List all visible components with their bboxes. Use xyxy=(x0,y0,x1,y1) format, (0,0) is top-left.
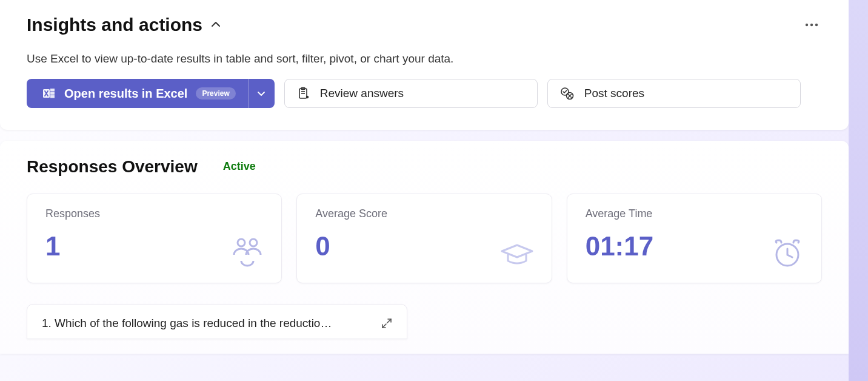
post-scores-label: Post scores xyxy=(584,87,644,100)
svg-rect-6 xyxy=(50,95,55,98)
svg-rect-4 xyxy=(50,89,55,92)
svg-point-15 xyxy=(250,239,257,246)
excel-icon xyxy=(42,87,56,100)
clipboard-person-icon xyxy=(297,87,310,100)
post-scores-button[interactable]: Post scores xyxy=(547,79,801,108)
collapse-toggle[interactable] xyxy=(210,19,222,31)
chevron-down-icon xyxy=(256,89,266,98)
people-icon xyxy=(230,237,264,271)
open-excel-label: Open results in Excel xyxy=(64,87,187,101)
preview-badge: Preview xyxy=(196,87,235,99)
overview-title: Responses Overview xyxy=(27,157,198,177)
svg-point-1 xyxy=(810,24,813,26)
actions-row: Open results in Excel Preview Review a xyxy=(27,79,822,108)
avg-score-label: Average Score xyxy=(315,207,533,220)
insights-header: Insights and actions xyxy=(27,15,822,35)
open-excel-button-group: Open results in Excel Preview xyxy=(27,79,275,108)
more-menu-button[interactable] xyxy=(801,19,822,30)
stat-card-avg-score[interactable]: Average Score 0 xyxy=(296,194,552,283)
stat-card-avg-time[interactable]: Average Time 01:17 xyxy=(567,194,822,283)
more-horizontal-icon xyxy=(805,23,818,27)
question-text: 1. Which of the following gas is reduced… xyxy=(42,317,332,330)
svg-rect-5 xyxy=(50,92,55,95)
svg-point-2 xyxy=(815,24,818,26)
svg-point-14 xyxy=(238,239,245,246)
insights-title-wrap: Insights and actions xyxy=(27,15,222,35)
insights-card: Insights and actions Use Excel to view u… xyxy=(0,0,849,130)
expand-button[interactable] xyxy=(381,318,392,329)
open-excel-button[interactable]: Open results in Excel Preview xyxy=(27,79,248,108)
chevron-up-icon xyxy=(210,19,222,31)
svg-point-11 xyxy=(306,96,309,98)
review-answers-label: Review answers xyxy=(320,87,404,100)
overview-header: Responses Overview Active xyxy=(27,157,822,177)
question-card[interactable]: 1. Which of the following gas is reduced… xyxy=(27,304,407,339)
overview-card: Responses Overview Active Responses 1 Av… xyxy=(0,141,849,354)
clock-icon xyxy=(770,238,804,271)
insights-title: Insights and actions xyxy=(27,15,202,35)
status-badge: Active xyxy=(215,157,264,177)
stat-card-responses[interactable]: Responses 1 xyxy=(27,194,282,283)
expand-icon xyxy=(381,318,392,329)
avg-time-label: Average Time xyxy=(586,207,803,220)
responses-label: Responses xyxy=(45,207,263,220)
right-edge-decoration xyxy=(849,0,868,381)
open-excel-dropdown-button[interactable] xyxy=(248,79,275,108)
check-x-icon xyxy=(560,87,575,100)
graduation-cap-icon xyxy=(499,241,535,271)
svg-point-0 xyxy=(806,24,808,26)
stats-row: Responses 1 Average Score 0 xyxy=(27,194,822,283)
insights-description: Use Excel to view up-to-date results in … xyxy=(27,52,822,66)
review-answers-button[interactable]: Review answers xyxy=(284,79,538,108)
